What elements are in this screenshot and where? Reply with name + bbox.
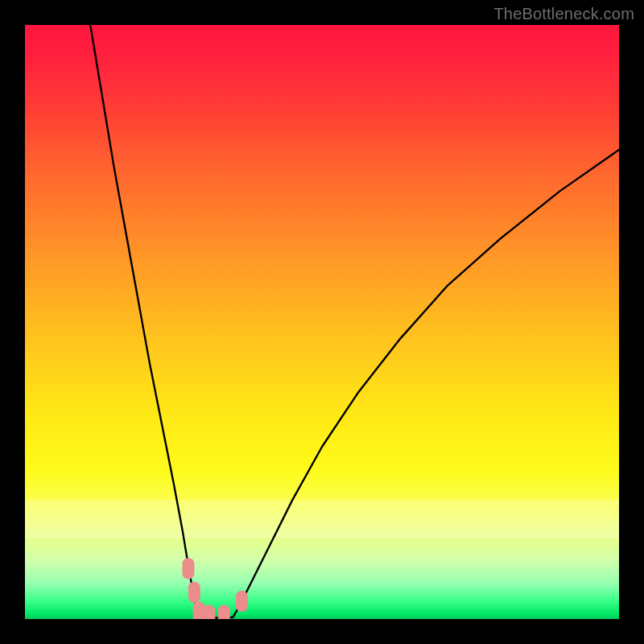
marker-6 [236, 591, 248, 612]
plot-area [25, 25, 619, 619]
marker-5 [218, 605, 230, 619]
bottleneck-curve [25, 25, 619, 619]
chart-frame: TheBottleneck.com [0, 0, 644, 644]
watermark-label: TheBottleneck.com [493, 5, 634, 23]
curve-path [90, 25, 619, 618]
marker-2 [188, 582, 200, 603]
marker-1 [182, 558, 194, 579]
marker-layer [182, 558, 247, 619]
marker-4 [203, 605, 215, 619]
